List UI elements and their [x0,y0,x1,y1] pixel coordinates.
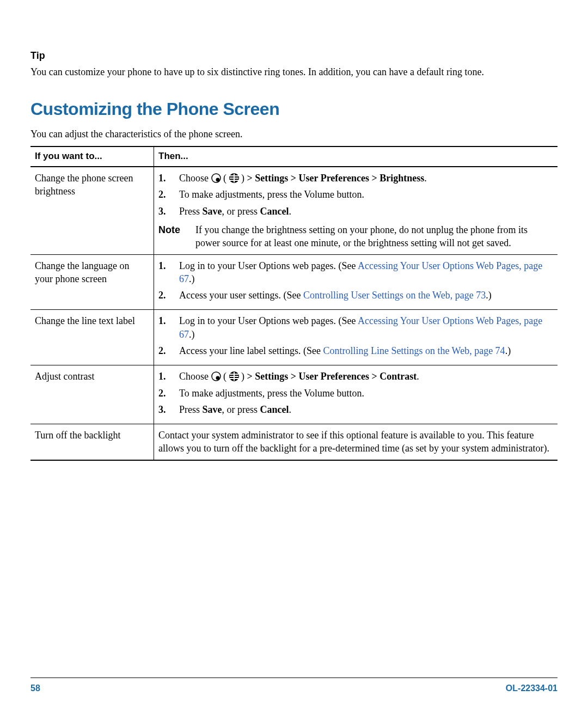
table-row: Change the line text label Log in to you… [30,310,558,365]
xref-link[interactable]: Controlling User Settings on the Web, pa… [303,290,486,301]
row-body: Contact your system administrator to see… [154,424,558,460]
table-row: Change the language on your phone screen… [30,254,558,310]
step-list: Log in to your User Options web pages. (… [158,314,553,357]
svg-point-3 [216,376,219,380]
tip-label: Tip [30,49,558,62]
tip-body: You can customize your phone to have up … [30,65,558,78]
step-item: To make adjustments, press the Volume bu… [174,188,553,201]
step-list: Log in to your User Options web pages. (… [158,259,553,302]
button-outline-icon [211,371,221,381]
step-item: Choose ( ) > Settings > User Preferences… [174,370,553,383]
row-label: Change the phone screen brightness [30,167,154,254]
globe-icon [229,173,239,183]
step-item: Press Save, or press Cancel. [174,403,553,416]
doc-id: OL-22334-01 [506,682,558,694]
tip-block: Tip You can customize your phone to have… [30,49,558,79]
step-item: Choose ( ) > Settings > User Preferences… [174,172,553,185]
svg-point-0 [212,174,220,182]
globe-icon [229,371,239,381]
note-label: Note [158,223,180,236]
step-item: Access your line label settings. (See Co… [174,344,553,357]
svg-point-1 [216,178,219,182]
table-row: Adjust contrast Choose ( ) > Settings > … [30,365,558,424]
step-item: Log in to your User Options web pages. (… [174,259,553,286]
row-label: Change the line text label [30,310,154,365]
section-intro: You can adjust the characteristics of th… [30,127,558,141]
table-row: Turn off the backlight Contact your syst… [30,424,558,460]
step-item: Access your user settings. (See Controll… [174,289,553,302]
section-title: Customizing the Phone Screen [30,97,558,121]
step-item: To make adjustments, press the Volume bu… [174,387,553,400]
svg-point-2 [212,372,220,381]
note-body: If you change the brightness setting on … [195,224,528,248]
page-footer: 58 OL-22334-01 [30,678,558,694]
customize-table: If you want to... Then... Change the pho… [30,146,558,461]
table-row: Change the phone screen brightness Choos… [30,167,558,254]
page-number: 58 [30,682,40,694]
row-label: Turn off the backlight [30,424,154,460]
row-label: Adjust contrast [30,365,154,424]
row-label: Change the language on your phone screen [30,254,154,310]
col-header-left: If you want to... [30,147,154,167]
button-outline-icon [211,173,221,183]
note-block: Note If you change the brightness settin… [158,223,553,250]
step-list: Choose ( ) > Settings > User Preferences… [158,172,553,218]
step-list: Choose ( ) > Settings > User Preferences… [158,370,553,416]
col-header-right: Then... [154,147,558,167]
xref-link[interactable]: Controlling Line Settings on the Web, pa… [323,345,505,356]
step-item: Press Save, or press Cancel. [174,205,553,218]
step-item: Log in to your User Options web pages. (… [174,314,553,341]
